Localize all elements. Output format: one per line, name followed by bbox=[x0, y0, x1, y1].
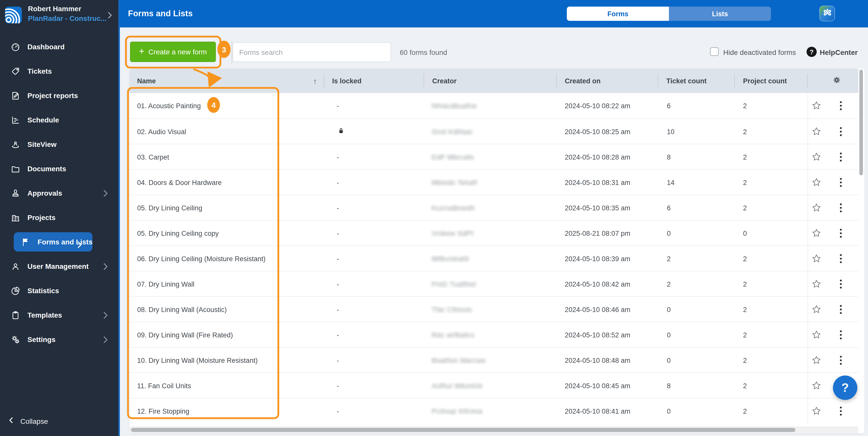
row-menu-kebab-icon[interactable] bbox=[837, 202, 844, 213]
form-name: 07. Dry Lining Wall bbox=[129, 280, 324, 288]
row-menu-kebab-icon[interactable] bbox=[837, 355, 844, 366]
sidebar-item-projects[interactable]: Projects bbox=[0, 205, 118, 230]
row-menu-kebab-icon[interactable] bbox=[837, 151, 844, 163]
sidebar-item-label: Documents bbox=[27, 165, 66, 173]
sidebar-item-user-management[interactable]: User Management bbox=[0, 254, 118, 279]
favorite-star-icon[interactable] bbox=[812, 406, 822, 416]
sidebar-item-templates[interactable]: Templates bbox=[0, 303, 118, 327]
favorite-star-icon[interactable] bbox=[812, 381, 822, 391]
ticket-count-cell: 8 bbox=[658, 153, 735, 161]
integrations-button[interactable] bbox=[819, 6, 835, 21]
favorite-star-icon[interactable] bbox=[812, 126, 822, 137]
form-name: 02. Audio Visual bbox=[129, 128, 324, 136]
ticket-count-cell: 0 bbox=[658, 229, 735, 237]
help-fab[interactable]: ? bbox=[833, 376, 857, 400]
sidebar-item-statistics[interactable]: Statistics bbox=[0, 279, 118, 303]
form-name: 08. Dry Lining Wall (Acoustic) bbox=[129, 306, 324, 313]
table-row[interactable]: 06. Dry Lining Ceiling (Moisture Resista… bbox=[129, 245, 858, 271]
horizontal-scrollbar[interactable] bbox=[131, 428, 795, 432]
lock-icon bbox=[337, 129, 345, 137]
creator-name-redacted: Nhiacdbuafrw bbox=[432, 102, 477, 110]
toolbar-divider bbox=[231, 41, 232, 63]
chevron-right-icon bbox=[100, 188, 110, 200]
row-menu-kebab-icon[interactable] bbox=[837, 126, 844, 137]
sidebar-item-settings[interactable]: Settings bbox=[0, 327, 118, 352]
column-header-created-on[interactable]: Created on bbox=[557, 68, 658, 93]
gears-icon bbox=[10, 335, 20, 345]
creator-name-redacted: Tfar Cftmuls bbox=[432, 306, 472, 313]
table-row[interactable]: 02. Audio VisualSivd Kdlilaai2024-05-10 … bbox=[129, 118, 858, 144]
sidebar-item-dashboard[interactable]: Dashboard bbox=[0, 34, 118, 59]
sidebar-item-documents[interactable]: Documents bbox=[0, 156, 118, 181]
sidebar-item-project-reports[interactable]: Project reports bbox=[0, 83, 118, 108]
favorite-star-icon[interactable] bbox=[812, 330, 822, 340]
table-row[interactable]: 12. Fire Stopping-Pcihoqr Kftrmia2024-05… bbox=[129, 398, 858, 423]
tag-icon bbox=[10, 66, 20, 76]
table-row[interactable]: 07. Dry Lining Wall-PniD Tuafthel2024-05… bbox=[129, 271, 858, 296]
table-row[interactable]: 01. Acoustic Painting-Nhiacdbuafrw2024-0… bbox=[129, 93, 858, 118]
table-row[interactable]: 09. Dry Lining Wall (Fire Rated)-Rdc wrf… bbox=[129, 322, 858, 347]
table-settings-button[interactable] bbox=[808, 68, 858, 93]
creator-cell: EdP Mbrcafo bbox=[424, 153, 557, 161]
column-header-label: Creator bbox=[432, 77, 457, 85]
favorite-star-icon[interactable] bbox=[812, 254, 822, 264]
row-menu-kebab-icon[interactable] bbox=[837, 329, 844, 341]
table-row[interactable]: 10. Dry Lining Wall (Moisture Resistant)… bbox=[129, 347, 858, 373]
column-header-creator[interactable]: Creator bbox=[424, 68, 557, 93]
favorite-star-icon[interactable] bbox=[812, 304, 822, 315]
favorite-star-icon[interactable] bbox=[812, 152, 822, 162]
favorite-star-icon[interactable] bbox=[812, 100, 822, 111]
sidebar-item-schedule[interactable]: Schedule bbox=[0, 108, 118, 132]
row-actions bbox=[808, 348, 858, 373]
column-header-is-locked[interactable]: Is locked bbox=[324, 68, 424, 93]
project-count-cell: 2 bbox=[735, 356, 808, 364]
row-menu-kebab-icon[interactable] bbox=[837, 228, 844, 239]
favorite-star-icon[interactable] bbox=[812, 203, 822, 213]
row-actions bbox=[808, 398, 858, 424]
sidebar-item-label: SiteView bbox=[27, 140, 57, 148]
row-actions bbox=[808, 221, 858, 246]
create-new-form-button[interactable]: + Create a new form bbox=[130, 42, 216, 62]
tab-lists[interactable]: Lists bbox=[669, 7, 771, 21]
sidebar-item-tickets[interactable]: Tickets bbox=[0, 59, 118, 83]
creator-name-redacted: Kuzrsdbnedh bbox=[432, 204, 475, 212]
created-on-cell: 2024-05-10 08:31 am bbox=[557, 179, 658, 186]
hide-deactivated-checkbox[interactable] bbox=[710, 47, 719, 56]
table-row[interactable]: 03. Carpet-EdP Mbrcafo2024-05-10 08:28 a… bbox=[129, 144, 858, 169]
favorite-star-icon[interactable] bbox=[812, 355, 822, 366]
sidebar-item-approvals[interactable]: Approvals bbox=[0, 181, 118, 205]
tab-forms[interactable]: Forms bbox=[567, 7, 669, 21]
helpcenter-link[interactable]: HelpCenter bbox=[820, 48, 858, 56]
sidebar-collapse-button[interactable]: Collapse bbox=[0, 413, 125, 430]
table-row[interactable]: 08. Dry Lining Wall (Acoustic)-Tfar Cftm… bbox=[129, 296, 858, 322]
forms-search-input[interactable] bbox=[232, 42, 391, 62]
help-question-icon[interactable]: ? bbox=[807, 47, 817, 57]
row-menu-kebab-icon[interactable] bbox=[837, 100, 844, 111]
favorite-star-icon[interactable] bbox=[812, 228, 822, 238]
table-row[interactable]: 05. Dry Lining Ceiling copy-Vnikew SdPf2… bbox=[129, 220, 858, 245]
vertical-scrollbar[interactable] bbox=[859, 69, 863, 175]
sort-ascending-icon[interactable]: ↑ bbox=[313, 77, 317, 85]
favorite-star-icon[interactable] bbox=[812, 177, 822, 187]
created-on-cell: 2024-05-10 08:42 am bbox=[557, 280, 658, 288]
row-menu-kebab-icon[interactable] bbox=[837, 177, 844, 188]
row-menu-kebab-icon[interactable] bbox=[837, 279, 844, 290]
column-header-label: Is locked bbox=[332, 77, 362, 85]
row-menu-kebab-icon[interactable] bbox=[837, 406, 844, 417]
sidebar-item-siteview[interactable]: SiteView bbox=[0, 132, 118, 156]
pie-chart-icon bbox=[10, 286, 20, 296]
table-row[interactable]: 11. Fan Coil Units-Asfhui Wkonlcb2024-05… bbox=[129, 373, 858, 398]
sidebar-item-forms-and-lists[interactable]: Forms and Lists bbox=[14, 232, 92, 252]
column-header-ticket-count[interactable]: Ticket count bbox=[658, 68, 735, 93]
account-switcher[interactable]: Robert Hammer PlanRadar - Construc... bbox=[0, 0, 118, 31]
header-divider bbox=[807, 74, 808, 88]
column-header-project-count[interactable]: Project count bbox=[735, 68, 808, 93]
row-menu-kebab-icon[interactable] bbox=[837, 304, 844, 315]
column-header-label: Ticket count bbox=[666, 77, 707, 85]
table-row[interactable]: 04. Doors & Door Hardware-Mbinds Tehafl2… bbox=[129, 169, 858, 195]
sidebar-item-label: User Management bbox=[27, 262, 89, 270]
row-menu-kebab-icon[interactable] bbox=[837, 253, 844, 264]
table-row[interactable]: 05. Dry Lining Ceiling-Kuzrsdbnedh2024-0… bbox=[129, 195, 858, 220]
column-header-name[interactable]: Name↑ bbox=[129, 68, 324, 93]
favorite-star-icon[interactable] bbox=[812, 279, 822, 289]
